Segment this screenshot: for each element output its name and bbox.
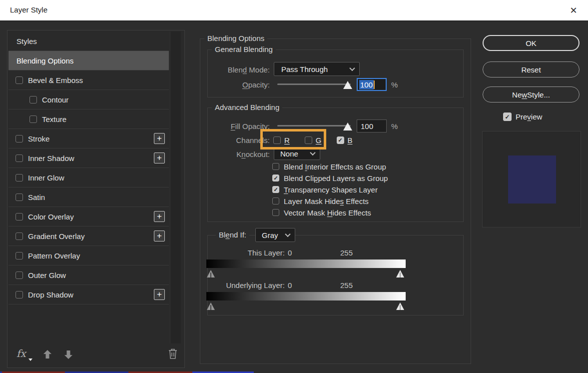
sidebar-scrollbar-thumb[interactable] (170, 32, 181, 344)
style-enable-checkbox[interactable] (15, 232, 23, 240)
style-list-item[interactable]: Texture (8, 110, 169, 129)
add-instance-button[interactable]: + (154, 289, 165, 300)
blend-mode-dropdown[interactable]: Pass Through (274, 62, 360, 76)
add-instance-button[interactable]: + (154, 211, 165, 222)
blend-if-channel-dropdown[interactable]: Gray (255, 228, 295, 242)
advanced-option-label: Transparency Shapes Layer (284, 186, 378, 194)
advanced-option[interactable]: Blend Clipped Layers as Group (272, 174, 388, 182)
move-effect-up-button[interactable] (41, 348, 53, 360)
style-list-item[interactable]: Pattern Overlay (8, 246, 169, 266)
style-enable-checkbox[interactable] (15, 213, 23, 220)
close-icon[interactable]: ✕ (566, 4, 581, 18)
underlying-layer-shadow-slider[interactable] (207, 302, 215, 310)
style-list-item[interactable]: Bevel & Emboss (8, 70, 169, 90)
underlying-layer-max: 255 (340, 281, 353, 290)
blend-if-group (207, 235, 464, 316)
advanced-option[interactable]: Blend Interior Effects as Group (272, 162, 388, 170)
style-list-item[interactable]: Inner Shadow + (8, 148, 169, 168)
this-layer-shadow-slider[interactable] (207, 270, 215, 278)
advanced-option-checkbox[interactable] (272, 186, 279, 193)
channel-checkbox[interactable] (337, 136, 344, 144)
style-list-item[interactable]: Inner Glow (8, 168, 169, 188)
delete-effect-button[interactable] (167, 348, 179, 360)
advanced-option-label: Blend Clipped Layers as Group (284, 174, 388, 182)
style-list-item[interactable]: Outer Glow (8, 266, 169, 285)
fill-opacity-slider-thumb[interactable] (343, 122, 352, 130)
style-enable-checkbox[interactable] (15, 76, 23, 84)
style-enable-checkbox[interactable] (15, 174, 23, 182)
opacity-input[interactable]: 100 (357, 78, 387, 91)
new-style-button[interactable]: New Style... (483, 86, 580, 102)
fx-caret-icon (28, 358, 32, 361)
style-list-item[interactable]: Color Overlay + (8, 207, 169, 226)
style-list-item[interactable]: Blending Options (8, 51, 169, 70)
add-instance-button[interactable]: + (154, 230, 165, 242)
style-list-item[interactable]: Styles (8, 32, 169, 51)
blend-if-channel-value: Gray (262, 231, 278, 240)
general-blending-title: General Blending (212, 45, 276, 54)
channel-letter: R (284, 136, 290, 144)
channel-checkbox[interactable] (305, 136, 312, 144)
style-list-item[interactable]: Drop Shadow + (8, 285, 169, 304)
opacity-unit: % (391, 80, 398, 89)
style-item-label: Inner Glow (28, 174, 64, 182)
style-item-label: Drop Shadow (28, 290, 73, 299)
underlying-layer-highlight-slider[interactable] (396, 302, 404, 310)
blending-options-group-title: Blending Options (204, 34, 267, 43)
style-item-label: Outer Glow (28, 271, 66, 280)
this-layer-min: 0 (288, 248, 292, 257)
opacity-value-selected: 100 (359, 80, 374, 90)
fx-menu-button[interactable]: fx (16, 348, 26, 360)
ok-button[interactable]: OK (483, 35, 580, 51)
style-enable-checkbox[interactable] (15, 194, 23, 201)
preview-toggle[interactable]: Preview (503, 112, 542, 121)
style-enable-checkbox[interactable] (15, 135, 23, 142)
style-enable-checkbox[interactable] (15, 272, 23, 279)
style-list-item[interactable]: Contour (8, 90, 169, 110)
advanced-option[interactable]: Transparency Shapes Layer (272, 186, 388, 194)
style-item-label: Texture (42, 115, 66, 124)
trash-icon (167, 348, 178, 360)
sidebar-footer: fx (8, 344, 184, 366)
style-list-item[interactable]: Stroke + (8, 129, 169, 148)
opacity-slider-track[interactable] (277, 84, 351, 85)
add-instance-button[interactable]: + (154, 133, 165, 144)
reset-button[interactable]: Reset (483, 62, 580, 78)
advanced-option[interactable]: Vector Mask Hides Effects (272, 208, 388, 216)
channel-toggle[interactable]: B (337, 136, 353, 144)
channel-toggle[interactable]: G (305, 136, 322, 144)
advanced-options-list: Blend Interior Effects as Group Blend Cl… (272, 162, 388, 216)
advanced-option-label: Vector Mask Hides Effects (284, 208, 371, 217)
fill-opacity-input[interactable]: 100 (357, 120, 387, 132)
style-item-label: Bevel & Emboss (28, 76, 83, 84)
fill-opacity-slider-track[interactable] (277, 125, 351, 126)
style-item-label: Satin (28, 193, 45, 202)
advanced-option[interactable]: Layer Mask Hides Effects (272, 197, 388, 205)
style-list-item[interactable]: Satin (8, 188, 169, 207)
fill-opacity-unit: % (391, 122, 398, 130)
style-enable-checkbox[interactable] (29, 116, 37, 123)
advanced-option-checkbox[interactable] (272, 209, 279, 216)
chevron-down-icon (310, 150, 315, 156)
style-list-item[interactable]: Gradient Overlay + (8, 226, 169, 246)
advanced-option-checkbox[interactable] (272, 163, 279, 170)
style-enable-checkbox[interactable] (15, 252, 23, 260)
style-enable-checkbox[interactable] (15, 154, 23, 162)
channel-checkbox[interactable] (273, 136, 281, 144)
style-enable-checkbox[interactable] (29, 96, 37, 104)
fill-opacity-label: Fill Opacity: (190, 122, 270, 130)
chevron-down-icon (285, 232, 290, 237)
knockout-dropdown[interactable]: None (274, 147, 320, 160)
add-instance-button[interactable]: + (154, 152, 165, 164)
style-enable-checkbox[interactable] (15, 291, 23, 298)
this-layer-highlight-slider[interactable] (396, 270, 404, 278)
opacity-slider-thumb[interactable] (343, 81, 352, 89)
advanced-option-checkbox[interactable] (272, 174, 279, 182)
advanced-option-checkbox[interactable] (272, 198, 279, 204)
text-caret (374, 80, 375, 89)
preview-checkbox[interactable] (503, 112, 512, 121)
move-effect-down-button[interactable] (62, 348, 74, 360)
preview-panel (482, 131, 581, 228)
channel-toggle[interactable]: R (273, 136, 290, 144)
channels-row: R G B (273, 136, 353, 144)
